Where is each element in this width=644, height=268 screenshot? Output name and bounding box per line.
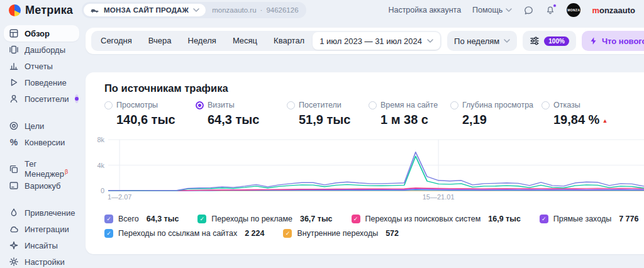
- main-content: Сегодня Вчера Неделя Месяц Квартал 1 июл…: [82, 20, 644, 268]
- separator: ·: [260, 6, 263, 14]
- sampling-badge: 100%: [544, 36, 569, 46]
- tab-week[interactable]: Неделя: [180, 32, 225, 50]
- chevron-down-icon: [506, 8, 512, 12]
- metric-time-on-site[interactable]: Время на сайте 1 м 38 с: [369, 101, 450, 127]
- legend-item-site-links[interactable]: ✓ Переходы по ссылкам на сайтах 2 224: [104, 229, 264, 238]
- sidebar-item-integrations[interactable]: Интеграции: [4, 221, 79, 237]
- trend-up-icon: ▲: [602, 118, 608, 124]
- sidebar-item-dashboards[interactable]: Дашборды: [4, 42, 79, 58]
- legend-item-search[interactable]: ✓ Переходы из поисковых систем 16,9 тыс: [352, 215, 521, 223]
- metric-bounce-rate[interactable]: Отказы 19,84 %▲: [541, 101, 608, 127]
- radio-icon: [287, 101, 295, 109]
- tab-quarter[interactable]: Квартал: [265, 32, 313, 50]
- radio-icon: [450, 101, 458, 109]
- site-name: МОНЗА САЙТ ПРОДАЖ: [104, 6, 189, 14]
- cloud-icon: [9, 224, 19, 234]
- whats-new-button[interactable]: Что нового: [582, 31, 644, 51]
- sidebar-item-goals[interactable]: Цели: [4, 118, 79, 134]
- sidebar-item-settings[interactable]: Настройки: [4, 254, 79, 268]
- metric-visits[interactable]: Визиты 64,3 тыс: [196, 101, 287, 127]
- reports-icon: [9, 61, 19, 71]
- gear-icon: [9, 257, 19, 267]
- tag-manager-label: Тег Менеджерβ: [25, 159, 74, 179]
- sampling-button[interactable]: 100%: [523, 31, 576, 51]
- chat-button[interactable]: [523, 5, 534, 16]
- brand-name: Метрика: [25, 4, 73, 17]
- traffic-chart[interactable]: 04k8k 1—2.0715—21.0129—31.07: [108, 140, 644, 191]
- radio-icon: [104, 101, 113, 109]
- checkbox-icon: ✓: [104, 229, 113, 238]
- sidebar-item-behavior[interactable]: Поведение: [4, 74, 79, 91]
- period-tabs: Сегодня Вчера Неделя Месяц Квартал 1 июл…: [91, 31, 441, 51]
- legend-item-internal[interactable]: ✓ Внутренние переходы 572: [283, 229, 399, 238]
- help-menu[interactable]: Помощь: [472, 6, 512, 14]
- sidebar-item-conversions[interactable]: % Конверсии: [4, 134, 79, 150]
- legend-item-total[interactable]: ✓ Всего 64,3 тыс: [104, 215, 179, 223]
- sidebar-item-variocube[interactable]: Вариокуб: [4, 177, 79, 194]
- chart-canvas[interactable]: [108, 140, 644, 191]
- percent-icon: %: [9, 137, 19, 147]
- brand[interactable]: Метрика: [9, 4, 82, 17]
- chevron-down-icon: [193, 8, 199, 12]
- legend-item-direct[interactable]: ✓ Прямые заходы 7 776: [540, 215, 639, 223]
- avatar[interactable]: MONZA: [567, 3, 580, 17]
- radio-icon: [196, 101, 204, 109]
- username[interactable]: monzaauto: [592, 6, 635, 15]
- date-range-picker[interactable]: 1 июл 2023 — 31 июл 2024: [313, 32, 440, 50]
- y-axis-labels: 04k8k: [88, 140, 104, 191]
- visitors-icon: [9, 94, 19, 104]
- checkbox-icon: ✓: [540, 215, 548, 223]
- tab-yesterday[interactable]: Вчера: [140, 32, 180, 50]
- visitors-dot-badge: [75, 94, 79, 103]
- sidebar-item-insights[interactable]: Инсайты: [4, 237, 79, 254]
- account-settings-link[interactable]: Настройка аккаунта: [388, 6, 461, 14]
- site-selector-button[interactable]: МОНЗА САЙТ ПРОДАЖ: [84, 4, 206, 16]
- unread-dot: [553, 4, 557, 8]
- behavior-icon: [9, 77, 19, 87]
- metric-pageviews[interactable]: Просмотры 140,6 тыс: [104, 101, 196, 127]
- metric-selectors: Просмотры 140,6 тыс Визиты 64,3 тыс Посе…: [86, 94, 644, 127]
- grouping-select[interactable]: По неделям: [447, 31, 517, 51]
- metric-users[interactable]: Посетители 51,9 тыс: [287, 101, 369, 127]
- site-domain: monzaauto.ru: [212, 6, 256, 14]
- sidebar-item-overview[interactable]: Обзор: [4, 25, 79, 42]
- chat-bubble-icon: [523, 5, 534, 16]
- tab-month[interactable]: Месяц: [225, 32, 265, 50]
- notifications-button[interactable]: [545, 5, 555, 15]
- top-right-cluster: Настройка аккаунта Помощь MONZA monzaaut…: [388, 3, 635, 17]
- chevron-down-icon: [504, 39, 510, 43]
- metrika-logo-icon: [9, 4, 21, 16]
- x-axis-labels: 1—2.0715—21.0129—31.07: [108, 193, 644, 203]
- goals-icon: [9, 121, 19, 131]
- checkbox-icon: ✓: [283, 229, 292, 238]
- sidebar: Обзор Дашборды Отчеты Поведение Посетите…: [0, 20, 82, 268]
- y-axis-tick-label: 4k: [97, 162, 104, 169]
- overview-icon: [9, 28, 19, 38]
- radio-icon: [541, 101, 550, 109]
- radio-icon: [369, 101, 377, 109]
- x-axis-tick-label: 15—21.01: [423, 193, 455, 201]
- variocube-icon: [9, 181, 19, 191]
- lightning-icon: [589, 36, 597, 45]
- site-selector[interactable]: МОНЗА САЙТ ПРОДАЖ monzaauto.ru · 9462612…: [82, 2, 306, 18]
- flame-icon: [9, 208, 19, 218]
- card-title: По источникам трафика: [86, 72, 644, 94]
- metric-depth[interactable]: Глубина просмотра 2,19: [450, 101, 541, 127]
- legend-item-ads[interactable]: ✓ Переходы по рекламе 36,7 тыс: [197, 215, 332, 223]
- traffic-sources-card: По источникам трафика ⋮ Просмотры 140,6 …: [86, 72, 644, 254]
- sidebar-item-reports[interactable]: Отчеты: [4, 58, 79, 74]
- toolbar: Сегодня Вчера Неделя Месяц Квартал 1 июл…: [86, 28, 644, 54]
- tab-today[interactable]: Сегодня: [92, 32, 140, 50]
- sidebar-item-acquisition[interactable]: Привлечение: [4, 204, 79, 221]
- site-meta: monzaauto.ru · 94626126: [212, 6, 298, 14]
- chevron-down-icon: [427, 39, 433, 43]
- sliders-icon: [530, 36, 540, 46]
- counter-id: 94626126: [266, 6, 298, 14]
- chart-legend: ✓ Всего 64,3 тыс ✓ Переходы по рекламе 3…: [104, 215, 644, 238]
- car-icon: [90, 7, 99, 13]
- sparkle-icon: [9, 240, 19, 250]
- sidebar-item-visitors[interactable]: Посетители: [4, 91, 79, 107]
- top-bar: Метрика МОНЗА САЙТ ПРОДАЖ monzaauto.ru ·…: [0, 0, 644, 20]
- checkbox-icon: ✓: [352, 215, 360, 223]
- sidebar-item-tag-manager[interactable]: Тег Менеджерβ: [4, 161, 79, 177]
